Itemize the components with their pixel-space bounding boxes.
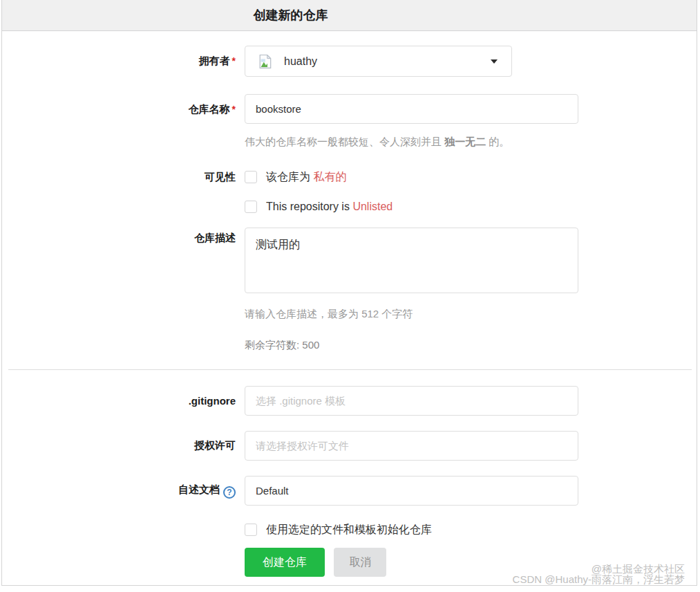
form-panel: 创建新的仓库 拥有者*	[1, 0, 697, 586]
remaining-chars: 剩余字符数: 500	[245, 337, 697, 352]
license-row: 授权许可	[2, 431, 697, 461]
readme-row: 自述文档?	[2, 476, 697, 506]
unlisted-option-label: This repository is Unlisted	[266, 201, 392, 213]
create-repo-button[interactable]: 创建仓库	[245, 548, 325, 577]
required-asterisk: *	[232, 55, 236, 66]
readme-label: 自述文档?	[2, 483, 245, 499]
repo-name-help: 伟大的仓库名称一般都较短、令人深刻并且 独一无二 的。	[245, 134, 697, 149]
private-checkbox[interactable]	[245, 171, 257, 183]
owner-dropdown-value: huathy	[284, 55, 491, 68]
readme-input[interactable]	[245, 476, 578, 506]
description-help: 请输入仓库描述，最多为 512 个字符	[245, 306, 697, 321]
actions-row: 创建仓库 取消	[2, 548, 697, 577]
create-repo-form: 拥有者* huathy	[2, 31, 697, 577]
readme-help-icon[interactable]: ?	[223, 486, 236, 499]
visibility-row: 可见性 该仓库为 私有的 This repository is Unlisted	[2, 168, 697, 216]
private-highlight: 私有的	[313, 171, 346, 183]
chevron-down-icon	[491, 59, 498, 64]
description-textarea[interactable]: 测试用的	[245, 228, 578, 293]
init-checkbox[interactable]	[245, 524, 257, 536]
gitignore-label: .gitignore	[2, 395, 245, 407]
repo-name-label: 仓库名称*	[2, 94, 245, 124]
required-asterisk: *	[232, 104, 236, 115]
repo-name-input[interactable]	[245, 94, 578, 124]
unlisted-checkbox[interactable]	[245, 201, 257, 213]
license-label: 授权许可	[2, 439, 245, 452]
create-repo-page: 创建新的仓库 拥有者*	[0, 0, 700, 592]
init-option: 使用选定的文件和模板初始化仓库	[245, 521, 697, 539]
owner-avatar-broken-image-icon	[258, 54, 273, 69]
license-input[interactable]	[245, 431, 578, 461]
init-option-label: 使用选定的文件和模板初始化仓库	[266, 523, 432, 537]
owner-row: 拥有者* huathy	[2, 46, 697, 77]
init-row: 使用选定的文件和模板初始化仓库	[2, 521, 697, 539]
owner-dropdown[interactable]: huathy	[245, 46, 512, 77]
gitignore-input[interactable]	[245, 386, 578, 416]
unlisted-option: This repository is Unlisted	[245, 198, 697, 216]
repo-name-row: 仓库名称* 伟大的仓库名称一般都较短、令人深刻并且 独一无二 的。	[2, 94, 697, 149]
section-divider	[8, 369, 692, 370]
owner-label: 拥有者*	[2, 55, 245, 68]
description-row: 仓库描述 测试用的 请输入仓库描述，最多为 512 个字符 剩余字符数: 500	[2, 228, 697, 352]
visibility-label: 可见性	[2, 168, 245, 186]
private-option: 该仓库为 私有的	[245, 168, 697, 186]
description-label: 仓库描述	[2, 228, 245, 245]
page-title: 创建新的仓库	[254, 7, 328, 24]
unlisted-highlight: Unlisted	[352, 201, 392, 212]
private-option-label: 该仓库为 私有的	[266, 170, 346, 185]
cancel-button[interactable]: 取消	[334, 548, 386, 577]
page-title-bar: 创建新的仓库	[2, 0, 697, 31]
gitignore-row: .gitignore	[2, 386, 697, 416]
